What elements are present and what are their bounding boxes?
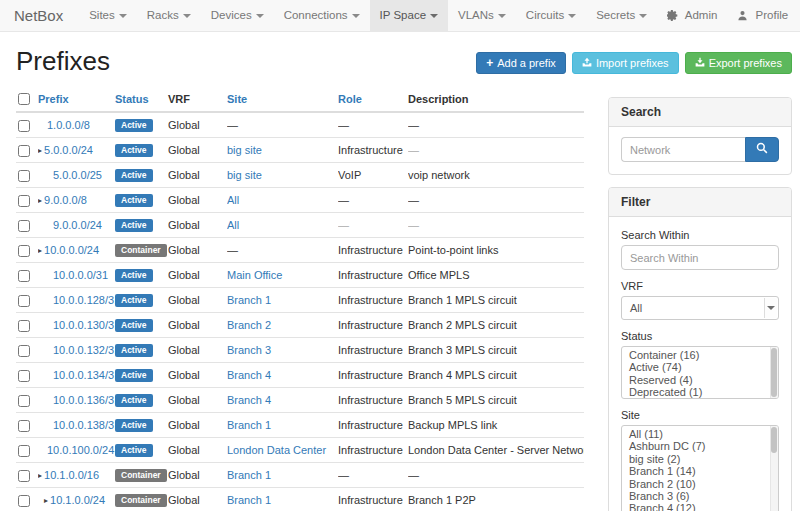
row-checkbox[interactable]	[18, 220, 30, 232]
table-row: 10.0.0.0/31ActiveGlobalMain OfficeInfras…	[16, 263, 584, 288]
site-link[interactable]: Main Office	[227, 269, 282, 281]
vrf-cell: Global	[168, 363, 227, 388]
expand-icon[interactable]: ▸	[38, 246, 42, 255]
status-listbox[interactable]: Container (16)Active (74)Reserved (4)Dep…	[621, 346, 779, 399]
prefix-link[interactable]: 10.0.0.128/31	[53, 294, 115, 306]
prefix-link[interactable]: 5.0.0.0/25	[53, 169, 102, 181]
site-option[interactable]: Branch 2 (10)	[622, 478, 778, 490]
status-option[interactable]: Active (74)	[622, 361, 778, 373]
expand-icon[interactable]: ▸	[38, 146, 42, 155]
nav-item-connections[interactable]: Connections	[274, 0, 370, 31]
add-prefix-button[interactable]: + Add a prefix	[476, 52, 566, 74]
search-within-input[interactable]	[621, 245, 779, 270]
site-option[interactable]: big site (2)	[622, 453, 778, 465]
prefix-link[interactable]: 9.0.0.0/24	[53, 219, 102, 231]
site-link[interactable]: Branch 1	[227, 494, 271, 506]
status-badge: Active	[115, 369, 153, 382]
prefix-link[interactable]: 10.0.0.0/24	[44, 244, 99, 256]
site-option[interactable]: All (11)	[622, 428, 778, 440]
scrollbar-track[interactable]	[770, 426, 778, 511]
row-checkbox[interactable]	[18, 120, 30, 132]
row-checkbox[interactable]	[18, 470, 30, 482]
import-prefixes-button[interactable]: Import prefixes	[572, 52, 679, 74]
row-checkbox[interactable]	[18, 270, 30, 282]
prefix-link[interactable]: 10.0.0.132/31	[53, 344, 115, 356]
vrf-select[interactable]: All	[621, 296, 779, 320]
column-header-site[interactable]: Site	[227, 87, 338, 112]
nav-item-circuits[interactable]: Circuits	[516, 0, 586, 31]
prefix-link[interactable]: 10.0.0.0/31	[53, 269, 108, 281]
export-icon	[695, 57, 705, 69]
site-link[interactable]: Branch 3	[227, 344, 271, 356]
column-header-role[interactable]: Role	[338, 87, 408, 112]
site-link[interactable]: Branch 4	[227, 394, 271, 406]
row-checkbox[interactable]	[18, 245, 30, 257]
site-listbox[interactable]: All (11)Ashburn DC (7)big site (2)Branch…	[621, 425, 779, 511]
nav-item-racks[interactable]: Racks	[137, 0, 201, 31]
prefix-link[interactable]: 10.0.0.136/31	[53, 394, 115, 406]
site-link[interactable]: big site	[227, 144, 262, 156]
nav-item-ip-space[interactable]: IP Space	[370, 0, 448, 31]
nav-item-secrets[interactable]: Secrets	[586, 0, 657, 31]
site-link[interactable]: London Data Center	[227, 444, 326, 456]
table-header-row: Prefix Status VRF Site Role Description	[16, 87, 584, 112]
site-option[interactable]: Branch 4 (12)	[622, 502, 778, 511]
status-label: Status	[621, 330, 779, 342]
site-link[interactable]: Branch 2	[227, 319, 271, 331]
prefix-link[interactable]: 10.0.0.130/31	[53, 319, 115, 331]
row-checkbox[interactable]	[18, 495, 30, 507]
site-link[interactable]: Branch 1	[227, 419, 271, 431]
row-checkbox[interactable]	[18, 145, 30, 157]
scrollbar-track[interactable]	[770, 347, 778, 398]
nav-item-profile[interactable]: Profile	[727, 0, 798, 31]
select-all-checkbox[interactable]	[18, 93, 30, 105]
row-checkbox[interactable]	[18, 395, 30, 407]
site-option[interactable]: Branch 3 (6)	[622, 490, 778, 502]
site-link[interactable]: big site	[227, 169, 262, 181]
row-checkbox[interactable]	[18, 170, 30, 182]
prefix-link[interactable]: 1.0.0.0/8	[47, 119, 90, 131]
brand-logo[interactable]: NetBox	[14, 0, 63, 31]
row-checkbox[interactable]	[18, 295, 30, 307]
search-button[interactable]	[745, 137, 779, 162]
prefix-link[interactable]: 10.1.0.0/24	[50, 494, 105, 506]
prefix-link[interactable]: 5.0.0.0/24	[44, 144, 93, 156]
column-header-status[interactable]: Status	[115, 87, 168, 112]
search-input[interactable]	[621, 137, 745, 162]
role-cell: Infrastructure	[338, 138, 408, 163]
column-header-prefix[interactable]: Prefix	[38, 87, 115, 112]
row-checkbox[interactable]	[18, 445, 30, 457]
export-prefixes-button[interactable]: Export prefixes	[685, 52, 792, 74]
scrollbar-thumb[interactable]	[771, 348, 777, 397]
site-option[interactable]: Branch 1 (14)	[622, 465, 778, 477]
nav-item-vlans[interactable]: VLANs	[448, 0, 516, 31]
nav-item-devices[interactable]: Devices	[201, 0, 274, 31]
status-option[interactable]: Container (16)	[622, 349, 778, 361]
nav-item-admin[interactable]: Admin	[657, 0, 727, 31]
row-checkbox[interactable]	[18, 370, 30, 382]
prefix-link[interactable]: 10.0.0.134/31	[53, 369, 115, 381]
prefix-link[interactable]: 10.1.0.0/16	[44, 469, 99, 481]
expand-icon[interactable]: ▸	[44, 496, 48, 505]
status-option[interactable]: Deprecated (1)	[622, 386, 778, 398]
role-cell: Infrastructure	[338, 238, 408, 263]
row-checkbox[interactable]	[18, 345, 30, 357]
prefix-link[interactable]: 10.0.0.138/31	[53, 419, 115, 431]
expand-icon[interactable]: ▸	[38, 196, 42, 205]
nav-item-sites[interactable]: Sites	[79, 0, 137, 31]
row-checkbox[interactable]	[18, 420, 30, 432]
prefix-link[interactable]: 10.0.100.0/24	[47, 444, 114, 456]
site-link[interactable]: Branch 1	[227, 294, 271, 306]
expand-icon[interactable]: ▸	[38, 471, 42, 480]
scrollbar-thumb[interactable]	[771, 427, 777, 453]
site-link[interactable]: Branch 1	[227, 469, 271, 481]
site-link[interactable]: All	[227, 194, 239, 206]
prefix-link[interactable]: 9.0.0.0/8	[44, 194, 87, 206]
row-checkbox[interactable]	[18, 320, 30, 332]
site-option[interactable]: Ashburn DC (7)	[622, 440, 778, 452]
site-link[interactable]: All	[227, 219, 239, 231]
prefix-cell: 5.0.0.0/25	[38, 163, 115, 188]
site-link[interactable]: Branch 4	[227, 369, 271, 381]
status-option[interactable]: Reserved (4)	[622, 374, 778, 386]
row-checkbox[interactable]	[18, 195, 30, 207]
